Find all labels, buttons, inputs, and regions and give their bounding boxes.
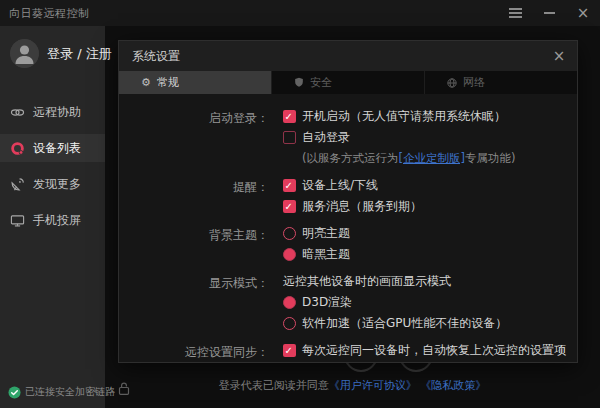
option-label: 服务消息（服务到期）	[302, 199, 422, 214]
sidebar-item-label: 远程协助	[33, 104, 81, 121]
sidebar-item-device-list[interactable]: 设备列表	[0, 134, 105, 162]
dialog-header: 系统设置 ×	[119, 41, 577, 71]
radio-unselected[interactable]	[283, 317, 296, 330]
globe-icon	[447, 78, 457, 88]
dialog-close-icon[interactable]: ×	[550, 47, 568, 65]
tab-general[interactable]: ⚙ 常规	[119, 71, 271, 94]
window-controls: ×	[498, 0, 600, 26]
shield-icon	[294, 77, 304, 88]
secure-badge-icon	[8, 386, 21, 399]
sidebar-item-label: 发现更多	[33, 176, 81, 193]
tab-label: 安全	[310, 75, 332, 90]
sidebar-item-discover[interactable]: 发现更多	[0, 170, 105, 198]
close-window-icon[interactable]: ×	[566, 0, 600, 26]
tab-label: 网络	[463, 75, 485, 90]
radio-unselected[interactable]	[283, 227, 296, 240]
option-label: 软件加速（适合GPU性能不佳的设备）	[302, 316, 507, 331]
row-label: 背景主题：	[119, 226, 269, 262]
option-auto-login[interactable]: 自动登录	[283, 130, 515, 145]
sidebar: 登录 / 注册 远程协助 设备列表 发现更多	[0, 26, 105, 408]
radio-selected[interactable]	[283, 248, 296, 261]
row-label: 远控设置同步：	[119, 343, 269, 361]
sidebar-nav: 远程协助 设备列表 发现更多 手机投屏	[0, 98, 105, 234]
checkbox-checked[interactable]	[283, 344, 296, 357]
option-label: 明亮主题	[302, 226, 350, 241]
checkbox-checked[interactable]	[283, 200, 296, 213]
option-device-online[interactable]: 设备上线/下线	[283, 178, 422, 193]
agreement-prefix: 登录代表已阅读并同意	[219, 379, 329, 392]
tab-network[interactable]: 网络	[424, 71, 577, 94]
minimize-icon[interactable]	[532, 0, 566, 26]
avatar	[10, 39, 39, 68]
option-label: D3D渲染	[302, 295, 352, 310]
dialog-body: 启动登录： 开机启动（无人值守请禁用系统休眠） 自动登录 (以服务方式运行为[企…	[119, 94, 577, 361]
option-boot-start[interactable]: 开机启动（无人值守请禁用系统休眠）	[283, 109, 515, 124]
sidebar-item-phone-cast[interactable]: 手机投屏	[0, 206, 105, 234]
row-label: 提醒：	[119, 178, 269, 214]
sunflower-logo-icon	[10, 141, 25, 156]
sidebar-item-label: 设备列表	[33, 140, 81, 157]
setting-row-startup: 启动登录： 开机启动（无人值守请禁用系统休眠） 自动登录 (以服务方式运行为[企…	[119, 109, 577, 166]
startup-note: (以服务方式运行为[企业定制版]专属功能)	[283, 151, 515, 166]
option-service-message[interactable]: 服务消息（服务到期）	[283, 199, 422, 214]
row-label: 启动登录：	[119, 109, 269, 166]
option-software-accel[interactable]: 软件加速（适合GPU性能不佳的设备）	[283, 316, 507, 331]
connection-status-text: 已连接安全加密链路	[25, 385, 115, 399]
checkbox-checked[interactable]	[283, 110, 296, 123]
option-sync-settings[interactable]: 每次远控同一设备时，自动恢复上次远控的设置项	[283, 343, 566, 358]
login-register-label: 登录 / 注册	[47, 45, 112, 63]
option-light-theme[interactable]: 明亮主题	[283, 226, 350, 241]
setting-row-remind: 提醒： 设备上线/下线 服务消息（服务到期）	[119, 178, 577, 214]
sidebar-item-remote-assist[interactable]: 远程协助	[0, 98, 105, 126]
radio-selected[interactable]	[283, 296, 296, 309]
sidebar-item-label: 手机投屏	[33, 212, 81, 229]
license-agreement-link[interactable]: 《用户许可协议》	[329, 379, 417, 392]
checkbox-checked[interactable]	[283, 179, 296, 192]
user-icon	[10, 39, 39, 68]
link-icon	[10, 105, 25, 120]
row-label: 显示模式：	[119, 274, 269, 331]
display-mode-description: 远控其他设备时的画面显示模式	[283, 274, 507, 289]
setting-row-display: 显示模式： 远控其他设备时的画面显示模式 D3D渲染 软件加速（适合GPU性能不…	[119, 274, 577, 331]
tab-label: 常规	[157, 75, 179, 90]
setting-row-theme: 背景主题： 明亮主题 暗黑主题	[119, 226, 577, 262]
menu-icon[interactable]	[498, 0, 532, 26]
enterprise-edition-link[interactable]: [企业定制版]	[399, 151, 465, 165]
app-title: 向日葵远程控制	[9, 6, 90, 21]
screen-mirror-icon	[10, 213, 25, 228]
dialog-tabs: ⚙ 常规 安全 网络	[119, 71, 577, 94]
login-area[interactable]: 登录 / 注册	[0, 26, 105, 74]
dialog-title: 系统设置	[132, 48, 180, 65]
checkbox-unchecked[interactable]	[283, 131, 296, 144]
gear-icon: ⚙	[141, 77, 151, 88]
privacy-policy-link[interactable]: 《隐私政策》	[420, 379, 486, 392]
system-settings-dialog: 系统设置 × ⚙ 常规 安全 网络 启动登录： 开机启动（无人值守请	[118, 40, 578, 363]
tab-security[interactable]: 安全	[271, 71, 424, 94]
option-label: 设备上线/下线	[302, 178, 378, 193]
agreement-line: 登录代表已阅读并同意《用户许可协议》 《隐私政策》	[105, 378, 600, 393]
setting-row-sync: 远控设置同步： 每次远控同一设备时，自动恢复上次远控的设置项	[119, 343, 577, 361]
satellite-dish-icon	[10, 177, 25, 192]
option-d3d-render[interactable]: D3D渲染	[283, 295, 507, 310]
option-label: 暗黑主题	[302, 247, 350, 262]
option-dark-theme[interactable]: 暗黑主题	[283, 247, 350, 262]
title-bar: 向日葵远程控制 ×	[0, 0, 600, 26]
option-label: 每次远控同一设备时，自动恢复上次远控的设置项	[302, 343, 566, 358]
option-label: 开机启动（无人值守请禁用系统休眠）	[302, 109, 506, 124]
option-label: 自动登录	[302, 130, 350, 145]
connection-status: 已连接安全加密链路	[8, 385, 115, 399]
